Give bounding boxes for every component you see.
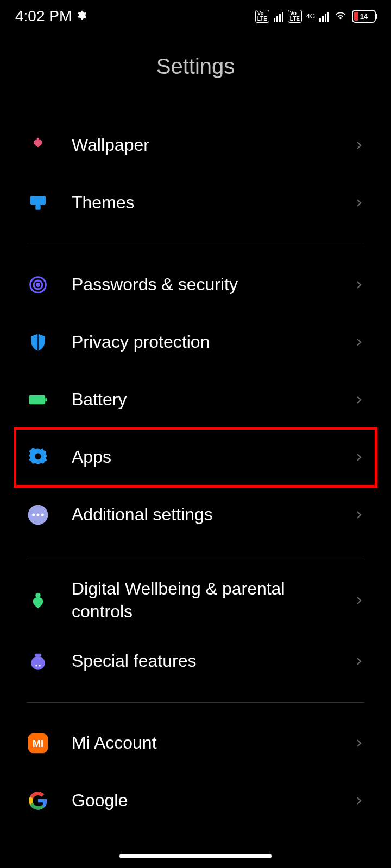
divider (27, 702, 364, 703)
themes-icon (27, 192, 49, 214)
settings-item-mi-account[interactable]: MI Mi Account (27, 714, 364, 772)
svg-point-15 (35, 665, 37, 667)
svg-rect-0 (30, 196, 46, 205)
page-title: Settings (0, 54, 391, 79)
google-logo-icon (27, 790, 49, 812)
settings-item-wallpaper[interactable]: Wallpaper (27, 117, 364, 174)
chevron-right-icon (354, 654, 364, 669)
svg-rect-5 (29, 395, 45, 405)
special-features-icon (27, 650, 49, 672)
chevron-right-icon (354, 736, 364, 751)
fingerprint-icon (27, 274, 49, 296)
status-time: 4:02 PM (15, 8, 72, 25)
gear-icon (76, 10, 87, 23)
chevron-right-icon (354, 507, 364, 522)
svg-point-11 (41, 514, 44, 516)
settings-list: Wallpaper Themes Passwords & security Pr… (0, 117, 391, 829)
signal-icon-2 (319, 11, 329, 22)
svg-rect-6 (45, 398, 47, 402)
more-icon (27, 504, 49, 526)
shield-icon (27, 331, 49, 353)
svg-point-4 (37, 284, 40, 286)
battery-icon (27, 389, 49, 411)
battery-percent: 14 (360, 12, 368, 21)
chevron-right-icon (354, 195, 364, 210)
svg-point-9 (32, 514, 35, 516)
chevron-right-icon (354, 392, 364, 407)
settings-item-passwords-security[interactable]: Passwords & security (27, 256, 364, 314)
svg-rect-13 (35, 654, 42, 656)
settings-item-additional-settings[interactable]: Additional settings (27, 486, 364, 544)
svg-point-10 (37, 514, 40, 516)
svg-point-16 (39, 665, 41, 667)
chevron-right-icon (354, 593, 364, 608)
settings-item-themes[interactable]: Themes (27, 174, 364, 232)
wellbeing-icon (27, 590, 49, 611)
settings-item-label: Mi Account (72, 732, 331, 755)
apps-gear-icon (27, 446, 49, 468)
divider (27, 556, 364, 556)
settings-item-label: Privacy protection (72, 331, 331, 354)
status-bar: 4:02 PM VoLTE VoLTE 4G 14 (0, 0, 391, 33)
settings-item-special-features[interactable]: Special features (27, 633, 364, 690)
wallpaper-icon (27, 135, 49, 156)
mi-logo-icon: MI (27, 732, 49, 754)
svg-point-14 (31, 656, 45, 670)
volte-icon-2: VoLTE (288, 10, 302, 23)
volte-icon: VoLTE (255, 10, 269, 23)
settings-item-label: Themes (72, 192, 331, 214)
network-type-label: 4G (306, 12, 315, 20)
settings-item-label: Passwords & security (72, 273, 331, 296)
settings-item-label: Google (72, 789, 331, 812)
settings-item-label: Battery (72, 388, 331, 411)
divider (27, 244, 364, 244)
signal-icon-1 (274, 11, 283, 22)
settings-item-privacy-protection[interactable]: Privacy protection (27, 314, 364, 371)
battery-icon: 14 (352, 10, 376, 23)
settings-item-label: Apps (72, 446, 331, 469)
chevron-right-icon (354, 450, 364, 465)
settings-item-battery[interactable]: Battery (27, 371, 364, 429)
svg-rect-1 (35, 205, 41, 210)
settings-item-digital-wellbeing[interactable]: Digital Wellbeing & parental controls (27, 568, 364, 633)
status-right: VoLTE VoLTE 4G 14 (255, 9, 376, 23)
svg-point-7 (35, 454, 41, 460)
settings-item-apps[interactable]: Apps (15, 429, 376, 486)
chevron-right-icon (354, 277, 364, 292)
settings-item-label: Digital Wellbeing & parental controls (72, 578, 331, 623)
chevron-right-icon (354, 138, 364, 153)
chevron-right-icon (354, 793, 364, 808)
status-left: 4:02 PM (15, 8, 87, 25)
chevron-right-icon (354, 335, 364, 350)
settings-item-label: Additional settings (72, 503, 331, 526)
settings-item-label: Wallpaper (72, 134, 331, 157)
nav-bar-handle[interactable] (119, 854, 272, 858)
settings-item-google[interactable]: Google (27, 772, 364, 829)
svg-text:MI: MI (33, 738, 43, 749)
settings-item-label: Special features (72, 650, 331, 673)
wifi-icon (333, 9, 348, 23)
